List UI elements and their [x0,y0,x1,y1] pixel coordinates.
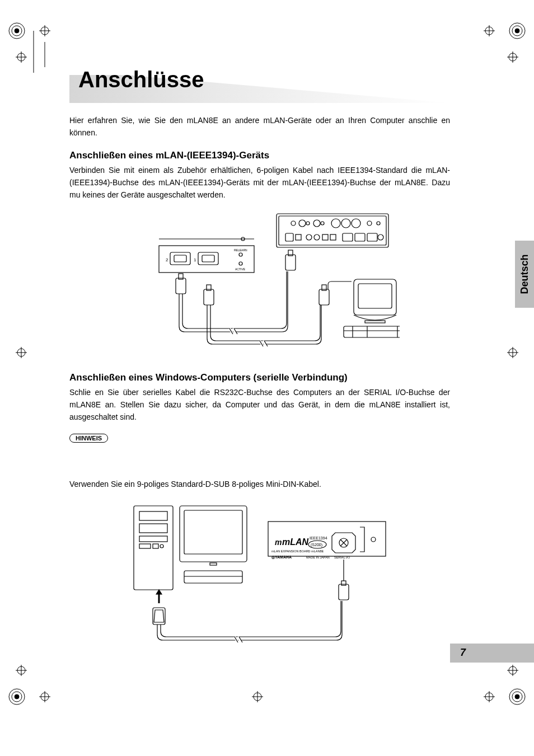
svg-point-35 [41,693,49,701]
figure-mlan-connection: 2 1 RELEARN ACTIVE [69,211,450,356]
svg-point-61 [306,234,312,240]
svg-point-9 [509,689,525,705]
section2-heading: Anschließen eines Windows-Computers (ser… [69,372,450,383]
svg-point-62 [314,234,320,240]
svg-rect-73 [174,255,186,262]
svg-rect-104 [139,544,151,548]
svg-point-44 [509,666,517,674]
svg-rect-101 [139,511,167,520]
svg-text:ACTIVE: ACTIVE [235,267,246,271]
section1-heading: Anschließen eines mLAN-(IEEE1394)-Geräts [69,150,450,161]
svg-point-51 [306,222,310,225]
svg-rect-108 [184,510,242,554]
svg-point-6 [9,689,25,705]
language-tab: Deutsch [515,241,534,308]
svg-point-58 [377,222,380,225]
svg-rect-92 [176,278,186,294]
svg-rect-125 [339,584,349,600]
svg-point-20 [485,27,493,35]
svg-point-32 [254,693,261,701]
svg-rect-66 [355,233,365,241]
section1-body: Verbinden Sie mit einem als Zubehör erhä… [69,165,450,201]
svg-point-17 [17,53,25,61]
svg-point-56 [352,219,360,228]
svg-text:RELEARN: RELEARN [234,248,247,252]
svg-point-10 [512,692,522,702]
svg-point-50 [299,220,306,227]
page-number: 7 [460,647,466,659]
svg-point-0 [9,23,25,39]
svg-text:IEEE1394: IEEE1394 [310,536,327,540]
svg-text:mLAN EXPANSION BOARD mLAN8E: mLAN EXPANSION BOARD mLAN8E [271,550,324,553]
svg-rect-63 [322,234,328,240]
svg-point-5 [515,29,519,33]
svg-rect-96 [204,289,214,305]
svg-rect-59 [285,233,293,241]
svg-point-1 [12,26,22,36]
svg-rect-67 [367,233,377,241]
svg-point-38 [17,666,25,674]
svg-point-55 [341,219,350,228]
svg-point-106 [160,544,163,548]
page-content: Anschlüsse Hier erfahren Sie, wie Sie de… [69,67,450,667]
svg-point-57 [367,221,372,226]
svg-point-79 [239,262,242,265]
cable-note: Verwenden Sie ein 9-poliges Standard-D-S… [69,478,450,491]
svg-point-8 [15,694,19,699]
svg-text:MADE IN JAPAN: MADE IN JAPAN [306,556,330,559]
svg-point-122 [371,537,376,542]
svg-point-41 [485,693,493,701]
svg-point-2 [15,29,19,33]
svg-rect-65 [343,233,353,241]
svg-point-52 [313,220,320,227]
title-wrap: Anschlüsse [69,67,450,92]
hint-badge: HINWEIS [69,434,108,443]
svg-point-29 [509,349,517,356]
svg-point-3 [509,23,525,39]
svg-text:mLAN: mLAN [282,537,309,547]
language-label: Deutsch [519,254,531,294]
svg-text:2: 2 [166,257,168,262]
svg-rect-83 [358,284,392,308]
svg-rect-75 [198,252,218,265]
svg-rect-98 [319,289,329,305]
svg-point-54 [331,219,340,228]
page-title: Anschlüsse [69,67,450,92]
svg-text:◎YAMAHA: ◎YAMAHA [271,555,292,560]
svg-point-7 [12,692,22,702]
svg-rect-85 [344,326,400,337]
svg-rect-82 [354,279,396,315]
svg-point-11 [515,694,519,699]
svg-rect-60 [296,234,301,240]
intro-paragraph: Hier erfahren Sie, wie Sie den mLAN8E an… [69,115,450,139]
section2-body: Schlie en Sie über serielles Kabel die R… [69,387,450,423]
page-number-tab: 7 [450,644,534,663]
svg-rect-94 [285,255,296,270]
svg-rect-107 [180,506,247,562]
svg-text:1: 1 [194,257,196,262]
svg-text:(S200): (S200) [311,543,322,547]
svg-rect-76 [202,255,214,262]
svg-rect-105 [153,544,158,548]
svg-rect-103 [139,536,167,542]
figure-serial-connection: m mLAN IEEE1394 (S200) mLAN EXPANSION BO… [69,500,450,651]
svg-point-49 [291,221,296,226]
svg-rect-110 [184,571,242,583]
svg-text:SERIAL I/O: SERIAL I/O [334,556,350,559]
svg-point-53 [321,222,324,225]
svg-rect-84 [365,321,385,323]
svg-point-68 [378,234,383,240]
svg-rect-102 [139,524,167,533]
svg-rect-72 [170,252,190,265]
svg-rect-64 [330,234,336,240]
svg-point-12 [41,27,49,35]
svg-point-78 [239,253,242,256]
svg-rect-109 [210,563,217,565]
svg-text:m: m [275,538,282,547]
svg-rect-47 [277,214,388,247]
svg-point-23 [509,53,517,61]
svg-point-4 [512,26,522,36]
svg-point-26 [17,349,25,356]
